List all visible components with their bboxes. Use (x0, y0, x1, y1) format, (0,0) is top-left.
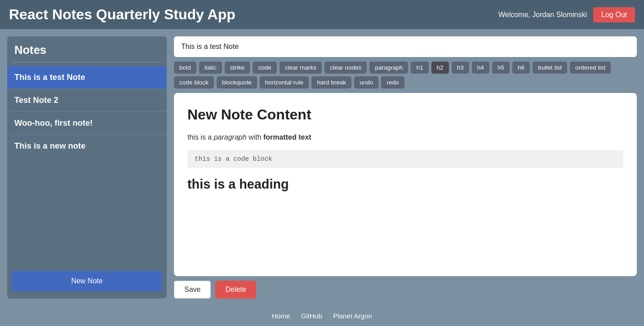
toolbar-h1[interactable]: h1 (411, 62, 428, 74)
toolbar-h3[interactable]: h3 (452, 62, 469, 74)
note-item-1[interactable]: This is a test Note (7, 66, 167, 89)
code-block-content: this is a code block (187, 150, 623, 168)
logout-button[interactable]: Log Out (593, 7, 635, 22)
note-title-input[interactable] (174, 36, 637, 57)
toolbar-h4[interactable]: h4 (472, 62, 489, 74)
footer-home-link[interactable]: Home (272, 312, 290, 320)
toolbar-code-block[interactable]: code block (174, 76, 214, 88)
toolbar-h2[interactable]: h2 (431, 62, 449, 74)
editor-paragraph: this is a paragraph with formatted text (187, 132, 623, 143)
toolbar-h6[interactable]: h6 (512, 62, 530, 74)
toolbar-code[interactable]: code (253, 62, 276, 74)
toolbar-h5[interactable]: h5 (492, 62, 510, 74)
note-list: This is a test Note Test Note 2 Woo-hoo,… (7, 66, 167, 264)
editor-area: bold italic strike code clear marks clea… (174, 36, 637, 299)
header: React Notes Quarterly Study App Welcome,… (0, 0, 644, 29)
header-right: Welcome, Jordan Slominski Log Out (498, 7, 635, 22)
toolbar-clear-marks[interactable]: clear marks (280, 62, 322, 74)
toolbar-strike[interactable]: strike (225, 62, 250, 74)
italic-text: paragraph (214, 133, 247, 141)
footer-github-link[interactable]: GitHub (301, 312, 322, 320)
toolbar-redo[interactable]: redo (381, 76, 404, 88)
toolbar-paragraph[interactable]: paragraph (369, 62, 408, 74)
save-button[interactable]: Save (174, 281, 211, 299)
note-item-4[interactable]: This is a new note (7, 135, 167, 157)
note-item-2[interactable]: Test Note 2 (7, 89, 167, 112)
editor-main-heading: New Note Content (187, 106, 623, 123)
toolbar-horizontal-rule[interactable]: horizontal rule (260, 76, 309, 88)
sidebar-title: Notes (7, 44, 167, 62)
note-item-3[interactable]: Woo-hoo, first note! (7, 112, 167, 135)
toolbar-bullet-list[interactable]: bullet list (533, 62, 567, 74)
new-note-button[interactable]: New Note (12, 271, 162, 291)
toolbar-blockquote[interactable]: blockquote (217, 76, 257, 88)
action-bar: Save Delete (174, 281, 637, 299)
main-area: Notes This is a test Note Test Note 2 Wo… (0, 29, 644, 306)
toolbar-clear-nodes[interactable]: clear nodes (324, 62, 367, 74)
toolbar-bold[interactable]: bold (174, 62, 196, 74)
delete-button[interactable]: Delete (215, 281, 256, 299)
footer: Home GitHub Planet Argon (0, 306, 644, 326)
toolbar: bold italic strike code clear marks clea… (174, 62, 637, 88)
bold-text: formatted text (263, 133, 311, 141)
toolbar-ordered-list[interactable]: ordered list (570, 62, 611, 74)
toolbar-undo[interactable]: undo (354, 76, 378, 88)
footer-planet-argon-link[interactable]: Planet Argon (333, 312, 372, 320)
editor-subheading: this is a heading (187, 177, 623, 192)
toolbar-italic[interactable]: italic (199, 62, 222, 74)
toolbar-hard-break[interactable]: hard break (311, 76, 351, 88)
editor-content[interactable]: New Note Content this is a paragraph wit… (174, 93, 637, 276)
sidebar: Notes This is a test Note Test Note 2 Wo… (7, 36, 167, 299)
sidebar-divider (12, 62, 162, 62)
app-title: React Notes Quarterly Study App (9, 6, 235, 23)
welcome-text: Welcome, Jordan Slominski (498, 11, 587, 19)
